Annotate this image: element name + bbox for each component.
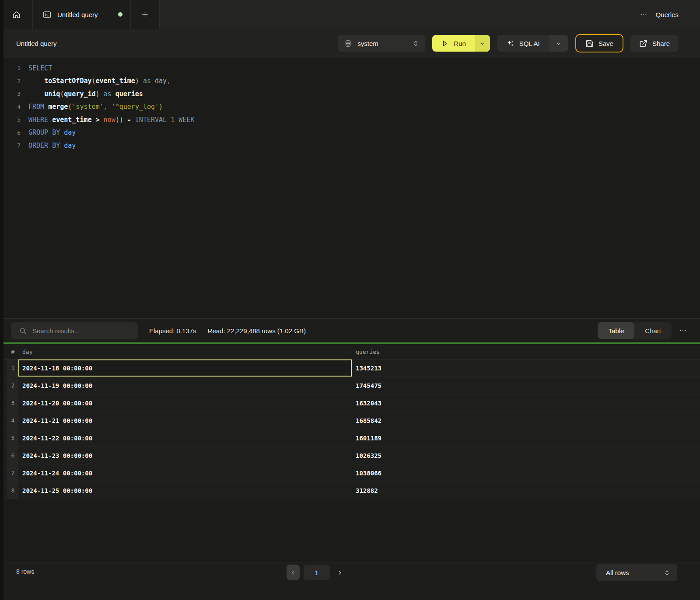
code-text: uniq(query_id) as queries <box>28 90 143 98</box>
code-line[interactable]: 1SELECT <box>0 62 700 75</box>
sql-ai-button-group: SQL AI <box>497 35 568 52</box>
row-number: 8 <box>7 482 18 499</box>
home-button[interactable] <box>0 0 33 29</box>
cell-day[interactable]: 2024-11-21 00:00:00 <box>18 412 352 429</box>
play-icon <box>441 39 449 48</box>
share-button[interactable]: Share <box>630 35 679 52</box>
more-icon[interactable] <box>640 11 648 18</box>
tab-chart[interactable]: Chart <box>634 322 672 339</box>
search-results-box[interactable] <box>11 322 138 339</box>
page-number-button[interactable]: 1 <box>304 565 330 580</box>
column-header-day[interactable]: day <box>18 344 352 359</box>
row-number: 4 <box>7 412 18 429</box>
row-number: 1 <box>7 359 18 377</box>
select-chevrons-icon <box>663 569 671 576</box>
chevron-down-icon <box>555 40 562 47</box>
cell-queries[interactable]: 1685842 <box>352 412 700 429</box>
code-text: ORDER BY day <box>28 142 76 150</box>
table-row: 62024-11-23 00:00:001026325 <box>0 447 700 464</box>
cell-day[interactable]: 2024-11-20 00:00:00 <box>18 394 352 412</box>
chevron-left-icon <box>290 569 297 576</box>
search-results-input[interactable] <box>32 327 133 335</box>
code-line[interactable]: 4FROM merge('system', '^query_log') <box>0 101 700 114</box>
chevron-right-icon <box>336 569 343 576</box>
row-number: 5 <box>7 429 18 447</box>
tab-bar: Untitled query Queries <box>0 0 700 29</box>
database-selector-value: system <box>357 40 378 47</box>
code-line[interactable]: 6GROUP BY day <box>0 126 700 140</box>
view-toggle: Table Chart <box>598 322 672 339</box>
cell-day[interactable]: 2024-11-25 00:00:00 <box>18 482 352 499</box>
row-number: 2 <box>7 377 18 394</box>
table-row: 72024-11-24 00:00:001038066 <box>0 464 700 482</box>
code-line[interactable]: 5WHERE event_time > now() - INTERVAL 1 W… <box>0 113 700 126</box>
run-button[interactable]: Run <box>432 35 475 52</box>
new-tab-button[interactable] <box>131 0 160 29</box>
column-header-index: # <box>7 344 18 359</box>
sql-ai-options-button[interactable] <box>549 35 568 52</box>
row-number: 6 <box>7 447 18 464</box>
indent-guide <box>29 75 29 87</box>
cell-queries[interactable]: 1026325 <box>352 447 700 464</box>
table-row: 42024-11-21 00:00:001685842 <box>0 412 700 429</box>
cell-day[interactable]: 2024-11-22 00:00:00 <box>18 429 352 447</box>
page-title: Untitled query <box>16 40 331 47</box>
cell-queries[interactable]: 1632043 <box>352 394 700 412</box>
cell-queries[interactable]: 1745475 <box>352 377 700 394</box>
cell-queries[interactable]: 1601189 <box>352 429 700 447</box>
sql-ai-button[interactable]: SQL AI <box>497 35 549 52</box>
code-text: GROUP BY day <box>28 129 76 136</box>
cell-queries[interactable]: 1345213 <box>352 359 700 377</box>
tab-untitled-query[interactable]: Untitled query <box>33 0 131 29</box>
read-stat: Read: 22,229,488 rows (1.02 GB) <box>208 327 306 335</box>
unsaved-indicator-dot <box>118 12 122 17</box>
home-icon <box>12 10 21 19</box>
table-body: 12024-11-18 00:00:00134521322024-11-19 0… <box>0 359 700 499</box>
run-options-button[interactable] <box>475 35 490 52</box>
table-row: 12024-11-18 00:00:001345213 <box>0 359 700 377</box>
tab-table[interactable]: Table <box>598 322 634 339</box>
page-size-selector[interactable]: All rows <box>596 564 677 581</box>
cell-day[interactable]: 2024-11-23 00:00:00 <box>18 447 352 464</box>
code-line[interactable]: 2 toStartOfDay(event_time) as day, <box>0 75 700 88</box>
cell-queries[interactable]: 1038066 <box>352 464 700 481</box>
table-row: 22024-11-19 00:00:001745475 <box>0 377 700 394</box>
cell-day[interactable]: 2024-11-19 00:00:00 <box>18 377 352 394</box>
cell-queries[interactable]: 312882 <box>352 482 700 499</box>
save-button[interactable]: Save <box>575 34 623 52</box>
sql-ai-button-label: SQL AI <box>519 40 540 47</box>
sparkles-icon <box>506 39 514 48</box>
code-text: FROM merge('system', '^query_log') <box>28 103 163 111</box>
plus-icon <box>141 10 149 19</box>
tab-bar-spacer <box>160 0 640 29</box>
code-text: toStartOfDay(event_time) as day, <box>28 77 171 85</box>
sql-editor[interactable]: 1SELECT2 toStartOfDay(event_time) as day… <box>0 58 700 318</box>
cell-day[interactable]: 2024-11-18 00:00:00 <box>18 359 352 377</box>
code-line[interactable]: 3 uniq(query_id) as queries <box>0 87 700 101</box>
previous-page-button[interactable] <box>287 565 300 580</box>
external-link-icon <box>639 39 648 48</box>
chevron-down-icon <box>479 40 486 47</box>
save-icon <box>585 39 594 48</box>
code-text: SELECT <box>28 64 52 72</box>
results-toolbar: Elapsed: 0.137s Read: 22,229,488 rows (1… <box>0 318 700 342</box>
database-selector[interactable]: system <box>338 35 425 52</box>
results-footer: 8 rows 1 All rows <box>0 562 700 600</box>
elapsed-stat: Elapsed: 0.137s <box>149 327 196 335</box>
query-toolbar: Untitled query system Run <box>0 29 700 58</box>
next-page-button[interactable] <box>334 565 345 580</box>
search-icon <box>19 327 27 335</box>
cell-day[interactable]: 2024-11-24 00:00:00 <box>18 464 352 481</box>
results-more-icon[interactable] <box>679 327 687 335</box>
database-icon <box>344 40 352 47</box>
table-row: 52024-11-22 00:00:001601189 <box>0 429 700 447</box>
share-button-label: Share <box>652 40 670 47</box>
column-header-queries[interactable]: queries <box>352 344 700 359</box>
indent-guide <box>29 88 29 100</box>
run-button-label: Run <box>454 40 466 47</box>
queries-panel-toggle[interactable]: Queries <box>655 11 679 18</box>
code-line[interactable]: 7ORDER BY day <box>0 139 700 152</box>
row-number: 3 <box>7 394 18 412</box>
code-text: WHERE event_time > now() - INTERVAL 1 WE… <box>28 116 194 124</box>
select-chevrons-icon <box>412 40 420 47</box>
